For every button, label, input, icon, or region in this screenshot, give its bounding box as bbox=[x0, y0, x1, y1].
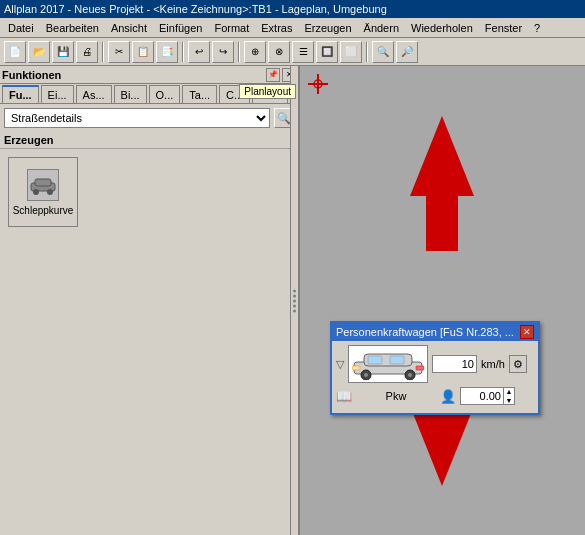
main-layout: Funktionen 📌 ✕ Planlayout Fu... Ei... As… bbox=[0, 66, 585, 535]
tab-as[interactable]: As... bbox=[76, 85, 112, 103]
panel-pin-btn[interactable]: 📌 bbox=[266, 68, 280, 82]
dialog-title-text: Personenkraftwagen [FuS Nr.283, ... bbox=[336, 326, 514, 338]
person-icon: 👤 bbox=[440, 389, 456, 404]
tab-bi[interactable]: Bi... bbox=[114, 85, 147, 103]
dialog-title-bar[interactable]: Personenkraftwagen [FuS Nr.283, ... ✕ bbox=[332, 323, 538, 341]
svg-rect-1 bbox=[35, 179, 51, 186]
menu-bar: Datei Bearbeiten Ansicht Einfügen Format… bbox=[0, 18, 585, 38]
menu-fenster[interactable]: Fenster bbox=[479, 20, 528, 36]
erzeugen-header: Erzeugen bbox=[0, 132, 298, 149]
angle-down-btn[interactable]: ▼ bbox=[503, 396, 514, 405]
tab-fu[interactable]: Fu... bbox=[2, 85, 39, 103]
toolbar-sep-1 bbox=[102, 42, 104, 62]
vehicle-dialog: Personenkraftwagen [FuS Nr.283, ... ✕ ▽ bbox=[330, 321, 540, 415]
car-image bbox=[348, 345, 428, 383]
book-icon: 📖 bbox=[336, 389, 352, 404]
menu-extras[interactable]: Extras bbox=[255, 20, 298, 36]
toolbar-sep-3 bbox=[238, 42, 240, 62]
toolbar-btn-14[interactable]: 🔎 bbox=[396, 41, 418, 63]
svg-point-3 bbox=[47, 189, 53, 195]
svg-point-14 bbox=[364, 373, 368, 377]
dialog-close-btn[interactable]: ✕ bbox=[520, 325, 534, 339]
menu-format[interactable]: Format bbox=[208, 20, 255, 36]
items-area: Schleppkurve bbox=[0, 149, 298, 235]
toolbar-sep-2 bbox=[182, 42, 184, 62]
dialog-row-2: 📖 Pkw 👤 ▲ ▼ bbox=[336, 387, 534, 405]
panel-title: Funktionen bbox=[2, 69, 61, 81]
svg-rect-11 bbox=[368, 356, 382, 364]
toolbar-btn-11[interactable]: 🔲 bbox=[316, 41, 338, 63]
category-dropdown[interactable]: Straßendetails bbox=[4, 108, 270, 128]
resize-dots bbox=[293, 289, 296, 312]
left-panel: Funktionen 📌 ✕ Planlayout Fu... Ei... As… bbox=[0, 66, 300, 535]
tab-o[interactable]: O... bbox=[149, 85, 181, 103]
target-cross-icon bbox=[308, 74, 328, 97]
schleppkurve-item[interactable]: Schleppkurve bbox=[8, 157, 78, 227]
toolbar: 📄 📂 💾 🖨 ✂ 📋 📑 ↩ ↪ ⊕ ⊗ ☰ 🔲 ⬜ 🔍 🔎 bbox=[0, 38, 585, 66]
tab-ei[interactable]: Ei... bbox=[41, 85, 74, 103]
toolbar-btn-12[interactable]: ⬜ bbox=[340, 41, 362, 63]
arrows-overlay bbox=[300, 66, 585, 535]
toolbar-btn-7[interactable]: 📑 bbox=[156, 41, 178, 63]
tab-ta[interactable]: Ta... bbox=[182, 85, 217, 103]
toolbar-btn-8[interactable]: ⊕ bbox=[244, 41, 266, 63]
filter-icon: ▽ bbox=[336, 358, 344, 371]
toolbar-btn-undo[interactable]: ↩ bbox=[188, 41, 210, 63]
dialog-content: ▽ bbox=[332, 341, 538, 413]
planlayout-badge: Planlayout bbox=[239, 84, 296, 99]
menu-datei[interactable]: Datei bbox=[2, 20, 40, 36]
speed-input[interactable] bbox=[432, 355, 477, 373]
svg-point-2 bbox=[33, 189, 39, 195]
angle-up-btn[interactable]: ▲ bbox=[503, 387, 514, 396]
toolbar-btn-4[interactable]: 🖨 bbox=[76, 41, 98, 63]
svg-rect-12 bbox=[390, 356, 404, 364]
toolbar-btn-13[interactable]: 🔍 bbox=[372, 41, 394, 63]
schleppkurve-icon bbox=[27, 169, 59, 201]
toolbar-btn-6[interactable]: 📋 bbox=[132, 41, 154, 63]
toolbar-btn-5[interactable]: ✂ bbox=[108, 41, 130, 63]
menu-erzeugen[interactable]: Erzeugen bbox=[298, 20, 357, 36]
menu-aendern[interactable]: Ändern bbox=[358, 20, 405, 36]
angle-input[interactable] bbox=[461, 388, 503, 404]
title-bar: Allplan 2017 - Neues Projekt - <Keine Ze… bbox=[0, 0, 585, 18]
svg-rect-17 bbox=[352, 366, 360, 370]
menu-help[interactable]: ? bbox=[528, 20, 546, 36]
toolbar-btn-1[interactable]: 📄 bbox=[4, 41, 26, 63]
toolbar-btn-10[interactable]: ☰ bbox=[292, 41, 314, 63]
toolbar-btn-3[interactable]: 💾 bbox=[52, 41, 74, 63]
menu-wiederholen[interactable]: Wiederholen bbox=[405, 20, 479, 36]
menu-einfuegen[interactable]: Einfügen bbox=[153, 20, 208, 36]
svg-rect-18 bbox=[416, 366, 424, 370]
schleppkurve-label: Schleppkurve bbox=[13, 205, 74, 216]
search-area: Straßendetails 🔍 bbox=[0, 104, 298, 132]
resize-handle[interactable] bbox=[290, 66, 298, 535]
toolbar-btn-2[interactable]: 📂 bbox=[28, 41, 50, 63]
right-area: Personenkraftwagen [FuS Nr.283, ... ✕ ▽ bbox=[300, 66, 585, 535]
vehicle-label: Pkw bbox=[356, 390, 436, 402]
speed-unit: km/h bbox=[481, 358, 505, 370]
menu-bearbeiten[interactable]: Bearbeiten bbox=[40, 20, 105, 36]
toolbar-btn-9[interactable]: ⊗ bbox=[268, 41, 290, 63]
svg-point-16 bbox=[408, 373, 412, 377]
title-text: Allplan 2017 - Neues Projekt - <Keine Ze… bbox=[4, 3, 387, 15]
dialog-row-1: ▽ bbox=[336, 345, 534, 383]
toolbar-btn-redo[interactable]: ↪ bbox=[212, 41, 234, 63]
toolbar-sep-4 bbox=[366, 42, 368, 62]
settings-gear-btn[interactable]: ⚙ bbox=[509, 355, 527, 373]
menu-ansicht[interactable]: Ansicht bbox=[105, 20, 153, 36]
svg-marker-7 bbox=[410, 116, 474, 251]
panel-header: Funktionen 📌 ✕ bbox=[0, 66, 298, 84]
